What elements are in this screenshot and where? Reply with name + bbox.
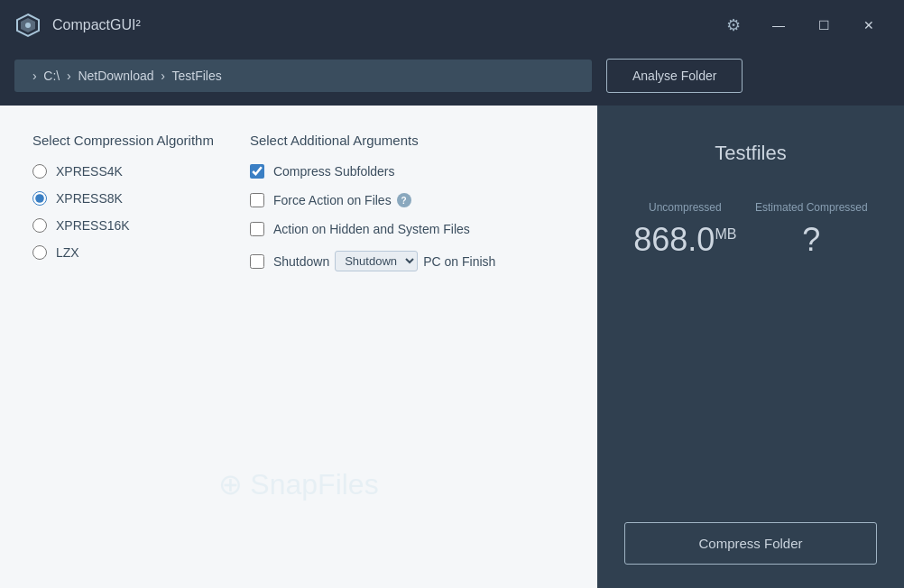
options-container: Select Compression Algorithm XPRESS4K XP… xyxy=(32,133,565,271)
settings-button[interactable]: ⚙ xyxy=(716,8,751,42)
compression-title: Select Compression Algorithm xyxy=(32,133,214,148)
arguments-title: Select Additional Arguments xyxy=(250,133,495,148)
app-title: CompactGUI² xyxy=(52,17,716,33)
radio-xpress4k[interactable] xyxy=(32,164,47,179)
radio-label-xpress4k: XPRESS4K xyxy=(56,164,123,179)
radio-label-lzx: LZX xyxy=(56,245,79,260)
checkbox-shutdown[interactable] xyxy=(250,254,264,269)
checkbox-force-action[interactable] xyxy=(250,193,264,207)
folder-name: Testfiles xyxy=(715,142,786,165)
arguments-section: Select Additional Arguments Compress Sub… xyxy=(250,133,495,271)
checkbox-compress-subfolders[interactable] xyxy=(250,164,264,179)
compress-folder-button[interactable]: Compress Folder xyxy=(624,522,877,565)
arguments-checkbox-group: Compress Subfolders Force Action on File… xyxy=(250,164,495,271)
checkbox-item-compress-subfolders[interactable]: Compress Subfolders xyxy=(250,164,495,179)
compress-label: Compress Folder xyxy=(698,536,802,551)
left-panel: Select Compression Algorithm XPRESS4K XP… xyxy=(0,106,597,588)
logo-icon xyxy=(15,13,41,38)
radio-item-xpress4k[interactable]: XPRESS4K xyxy=(32,164,214,179)
analyse-button[interactable]: Analyse Folder xyxy=(606,59,743,93)
window-controls: — ☐ ✕ xyxy=(758,11,890,40)
minimize-button[interactable]: — xyxy=(758,11,799,40)
uncompressed-value: 868.0MB xyxy=(633,221,736,259)
right-panel: Testfiles Uncompressed 868.0MB Estimated… xyxy=(597,106,904,588)
path-bar: Analyse Folder xyxy=(0,50,904,106)
watermark-symbol: ⊕ xyxy=(218,467,243,501)
maximize-button[interactable]: ☐ xyxy=(803,11,844,40)
algorithm-radio-group: XPRESS4K XPRESS8K XPRESS16K LZX xyxy=(32,164,214,260)
compression-section: Select Compression Algorithm XPRESS4K XP… xyxy=(32,133,214,271)
app-logo xyxy=(14,12,42,39)
stats-row: Uncompressed 868.0MB Estimated Compresse… xyxy=(624,201,877,259)
checkbox-item-hidden-system[interactable]: Action on Hidden and System Files xyxy=(250,222,495,236)
svg-point-0 xyxy=(25,23,31,28)
path-input[interactable] xyxy=(14,60,592,92)
checkbox-label-force-action: Force Action on Files ? xyxy=(273,193,411,207)
watermark-text: SnapFiles xyxy=(250,468,378,501)
main-content: Select Compression Algorithm XPRESS4K XP… xyxy=(0,106,904,588)
radio-item-xpress8k[interactable]: XPRESS8K xyxy=(32,191,214,206)
uncompressed-label: Uncompressed xyxy=(649,201,722,214)
uncompressed-stat: Uncompressed 868.0MB xyxy=(633,201,736,259)
radio-item-xpress16k[interactable]: XPRESS16K xyxy=(32,218,214,233)
checkbox-label-hidden-system: Action on Hidden and System Files xyxy=(273,222,470,236)
estimated-label: Estimated Compressed xyxy=(755,201,868,214)
checkbox-hidden-system[interactable] xyxy=(250,222,264,236)
radio-xpress8k[interactable] xyxy=(32,191,47,206)
radio-item-lzx[interactable]: LZX xyxy=(32,245,214,260)
estimated-value: ? xyxy=(802,221,820,259)
radio-label-xpress16k: XPRESS16K xyxy=(56,218,130,233)
pc-on-finish-text: PC on Finish xyxy=(423,254,495,269)
checkbox-item-force-action[interactable]: Force Action on Files ? xyxy=(250,193,495,207)
radio-xpress16k[interactable] xyxy=(32,218,47,233)
checkbox-item-shutdown[interactable]: Shutdown Shutdown Restart Sleep PC on Fi… xyxy=(250,251,495,271)
uncompressed-number: 868.0 xyxy=(633,221,715,258)
uncompressed-unit: MB xyxy=(715,226,736,242)
gear-icon: ⚙ xyxy=(726,15,741,35)
estimated-stat: Estimated Compressed ? xyxy=(755,201,868,259)
close-icon: ✕ xyxy=(863,18,874,32)
shutdown-text: Shutdown xyxy=(273,254,329,269)
radio-lzx[interactable] xyxy=(32,245,47,260)
shutdown-row: Shutdown Shutdown Restart Sleep PC on Fi… xyxy=(273,251,495,271)
title-bar: CompactGUI² ⚙ — ☐ ✕ xyxy=(0,0,904,50)
help-badge-force-action[interactable]: ? xyxy=(397,193,411,207)
checkbox-label-compress-subfolders: Compress Subfolders xyxy=(273,164,395,179)
radio-label-xpress8k: XPRESS8K xyxy=(56,191,123,206)
shutdown-action-select[interactable]: Shutdown Restart Sleep xyxy=(335,251,418,271)
checkbox-label-shutdown: Shutdown Shutdown Restart Sleep PC on Fi… xyxy=(273,251,495,271)
watermark: ⊕ SnapFiles xyxy=(218,467,378,501)
maximize-icon: ☐ xyxy=(818,18,830,32)
close-button[interactable]: ✕ xyxy=(848,11,890,40)
minimize-icon: — xyxy=(772,18,785,32)
